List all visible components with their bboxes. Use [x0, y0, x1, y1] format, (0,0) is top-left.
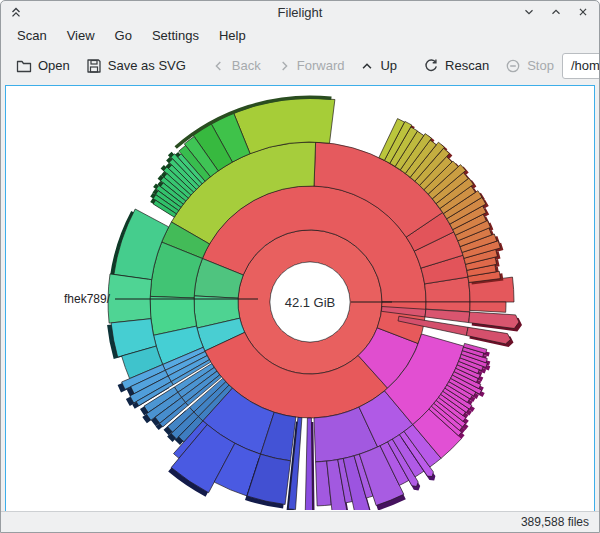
chart-segment[interactable]: [425, 309, 470, 322]
menu-help[interactable]: Help: [209, 26, 256, 45]
stop-button[interactable]: Stop: [497, 54, 562, 78]
menu-scan[interactable]: Scan: [7, 26, 57, 45]
up-button[interactable]: Up: [352, 54, 405, 77]
menu-view[interactable]: View: [57, 26, 105, 45]
sunburst-canvas[interactable]: fhek789/ 42.1 GiB: [5, 85, 595, 512]
forward-button[interactable]: Forward: [269, 54, 353, 77]
menubar: Scan View Go Settings Help: [1, 23, 599, 47]
back-button[interactable]: Back: [204, 54, 269, 77]
directory-label: fhek789/: [26, 292, 110, 306]
chart-segment[interactable]: [470, 302, 506, 312]
menu-go[interactable]: Go: [105, 26, 142, 45]
rescan-button[interactable]: Rescan: [415, 54, 497, 78]
window-title: Filelight: [1, 5, 599, 20]
statusbar: 389,588 files: [1, 511, 599, 532]
close-button[interactable]: [576, 5, 590, 19]
chevron-right-icon: [277, 59, 291, 73]
refresh-icon: [423, 58, 439, 74]
folder-icon: [16, 58, 32, 74]
chart-segment[interactable]: [305, 418, 312, 510]
filelight-window: Filelight Scan View Go Settings Help Ope…: [0, 0, 600, 533]
center-size-label: 42.1 GiB: [260, 295, 360, 310]
open-button[interactable]: Open: [8, 54, 78, 78]
path-combobox[interactable]: /home: [562, 53, 600, 79]
file-count: 389,588 files: [521, 515, 589, 529]
titlebar[interactable]: Filelight: [1, 1, 599, 23]
chevron-up-icon: [360, 59, 374, 73]
path-value[interactable]: /home: [571, 58, 600, 73]
maximize-button[interactable]: [549, 5, 563, 19]
stop-icon: [505, 58, 521, 74]
save-icon: [86, 58, 102, 74]
menu-settings[interactable]: Settings: [142, 26, 209, 45]
save-as-svg-button[interactable]: Save as SVG: [78, 54, 194, 78]
minimize-button[interactable]: [522, 5, 536, 19]
chevron-left-icon: [212, 59, 226, 73]
toolbar: Open Save as SVG Back Forward Up Rescan …: [1, 47, 599, 84]
